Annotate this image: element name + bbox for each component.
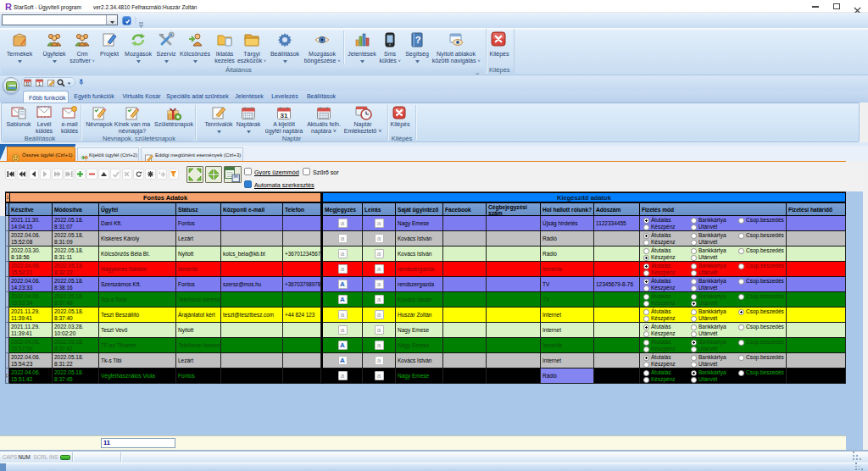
svg-text:1: 1	[38, 81, 41, 86]
svg-text:31: 31	[25, 81, 31, 86]
svg-text:?: ?	[415, 35, 421, 45]
svg-text:31: 31	[281, 112, 288, 119]
